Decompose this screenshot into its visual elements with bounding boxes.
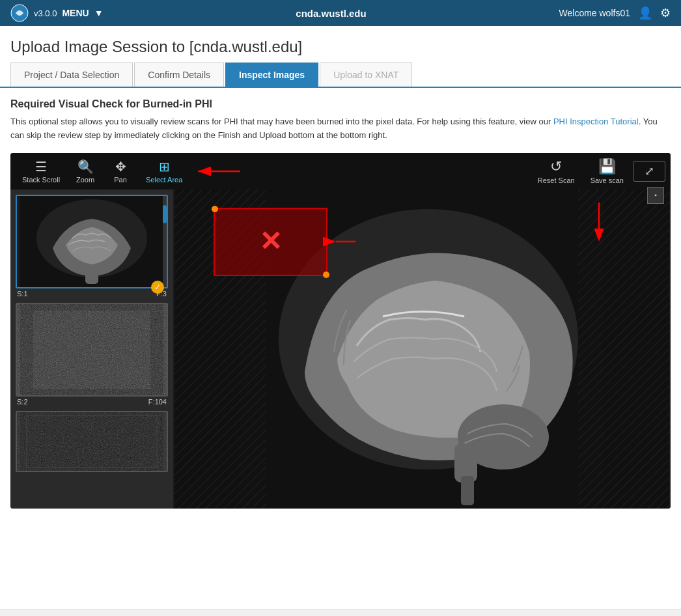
pan-icon: ✥ (115, 159, 126, 175)
toolbar-stack-scroll[interactable]: ☰ Stack Scroll (16, 156, 66, 186)
viewer-container: ☰ Stack Scroll 🔍 Zoom ✥ Pan ⊞ Select Are… (10, 153, 671, 509)
tab-upload-xnat[interactable]: Upload to XNAT (320, 63, 412, 87)
navbar-hostname: cnda.wustl.edu (296, 8, 366, 19)
select-area-label: Select Area (146, 176, 182, 184)
svg-rect-8 (20, 304, 163, 395)
zoom-icon: 🔍 (77, 159, 94, 175)
save-scan-icon: 💾 (598, 158, 616, 175)
phi-tutorial-link[interactable]: PHI Inspection Tutorial (553, 117, 639, 126)
navbar-right: Welcome wolfs01 👤 ⚙ (559, 6, 671, 20)
toolbar-fullscreen[interactable]: ⤢ (633, 161, 665, 182)
desc-part1: This optional step allows you to visuall… (10, 117, 553, 126)
toolbar-zoom[interactable]: 🔍 Zoom (69, 156, 102, 186)
thumbnail-panel: S:1 F:3 ✓ (10, 189, 173, 509)
stack-scroll-icon: ☰ (35, 159, 47, 175)
thumb1-label: S:1 F:3 (16, 288, 168, 298)
fullscreen-icon: ⤢ (645, 164, 654, 178)
page-title: Upload Image Session to [cnda.wustl.edu] (0, 26, 681, 63)
svg-rect-21 (578, 189, 669, 509)
thumb2-series: S:2 (17, 398, 28, 406)
thumb2-frames: F:104 (148, 398, 167, 406)
toolbar-pan[interactable]: ✥ Pan (104, 156, 137, 186)
user-icon: 👤 (638, 6, 652, 20)
stack-scroll-label: Stack Scroll (22, 176, 60, 184)
main-content: Required Visual Check for Burned-in PHI … (0, 88, 681, 609)
selection-box[interactable]: ✕ (214, 208, 327, 276)
thumb1-check: ✓ (151, 281, 164, 294)
zoom-label: Zoom (76, 176, 94, 184)
menu-button[interactable]: MENU (62, 8, 89, 18)
toolbar-save-scan[interactable]: 💾 Save scan (584, 156, 630, 187)
app-version: v3.0.0 (34, 8, 57, 18)
selection-handle-br[interactable] (323, 272, 329, 278)
select-area-icon: ⊞ (159, 159, 170, 175)
svg-rect-5 (85, 268, 98, 284)
tabs-bar: Project / Data Selection Confirm Details… (0, 63, 681, 88)
tab-project-data[interactable]: Project / Data Selection (10, 63, 133, 87)
viewer-toolbar: ☰ Stack Scroll 🔍 Zoom ✥ Pan ⊞ Select Are… (10, 153, 671, 189)
thumbnail-1[interactable]: S:1 F:3 ✓ (16, 195, 168, 298)
thumb1-series: S:1 (17, 290, 28, 298)
menu-chevron-icon[interactable]: ▼ (94, 8, 104, 18)
main-image-area[interactable]: ✕ (173, 189, 671, 509)
svg-rect-18 (461, 476, 474, 505)
toolbar-right: ↺ Reset Scan 💾 Save scan ⤢ (531, 156, 665, 187)
welcome-text: Welcome wolfs01 (559, 8, 630, 18)
settings-icon[interactable]: ⚙ (660, 6, 671, 20)
thumbnail-3[interactable] (16, 411, 168, 472)
reset-scan-icon: ↺ (550, 158, 562, 175)
section-title: Required Visual Check for Burned-in PHI (10, 98, 671, 110)
overlay-toggle[interactable]: ▪ (647, 187, 664, 204)
tab-confirm-details[interactable]: Confirm Details (134, 63, 224, 87)
selection-handle-tl[interactable] (212, 206, 218, 212)
viewer-body: S:1 F:3 ✓ (10, 189, 671, 509)
navbar-left: v3.0.0 MENU ▼ (10, 4, 104, 22)
toolbar-reset-scan[interactable]: ↺ Reset Scan (531, 156, 581, 187)
pan-label: Pan (114, 176, 127, 184)
toolbar-select-area[interactable]: ⊞ Select Area (139, 156, 189, 186)
save-scan-label: Save scan (591, 176, 624, 184)
section-description: This optional step allows you to visuall… (10, 115, 671, 143)
navbar: v3.0.0 MENU ▼ cnda.wustl.edu Welcome wol… (0, 0, 681, 26)
reset-scan-label: Reset Scan (538, 176, 575, 184)
footer: Cancel ◄ Prev Finish and Upload (0, 609, 681, 616)
svg-rect-10 (20, 412, 163, 471)
selection-box-x: ✕ (259, 228, 282, 255)
toggle-icon: ▪ (654, 191, 657, 199)
thumb2-label: S:2 F:104 (16, 397, 168, 406)
thumbnail-2[interactable]: S:2 F:104 (16, 303, 168, 406)
tab-inspect-images[interactable]: Inspect Images (225, 63, 318, 87)
arrow-to-select-area (191, 161, 243, 181)
app-logo (10, 4, 29, 22)
